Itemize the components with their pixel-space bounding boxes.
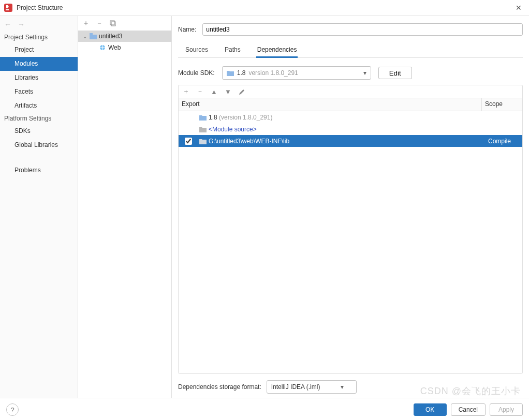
section-project-settings: Project Settings <box>0 32 78 43</box>
ok-button[interactable]: OK <box>414 403 447 416</box>
sidebar-item-sdks[interactable]: SDKs <box>0 124 78 138</box>
name-label: Name: <box>178 26 196 33</box>
dep-lib-path: G:\untitled3\web\WEB-INF\lib <box>209 138 488 145</box>
sidebar-item-artifacts[interactable]: Artifacts <box>0 99 78 113</box>
tree-node-web[interactable]: Web <box>78 42 171 53</box>
svg-rect-0 <box>4 4 12 12</box>
chevron-down-icon: ▾ <box>341 383 344 391</box>
dependencies-toolbar: ＋ － ▲ ▼ <box>178 85 523 98</box>
dep-remove-icon[interactable]: － <box>197 87 203 96</box>
dep-sdk-name: 1.8 <box>209 114 217 121</box>
tab-sources[interactable]: Sources <box>184 44 209 57</box>
tab-paths[interactable]: Paths <box>224 44 242 57</box>
sidebar-item-libraries[interactable]: Libraries <box>0 71 78 85</box>
svg-rect-3 <box>111 22 115 26</box>
column-export[interactable]: Export <box>179 98 482 111</box>
nav-forward-icon[interactable]: → <box>18 20 25 28</box>
tree-node-web-label: Web <box>108 44 121 51</box>
svg-rect-1 <box>6 9 9 10</box>
tree-toolbar: ＋ － <box>78 16 171 31</box>
sdk-icon <box>227 70 234 76</box>
module-sdk-label: Module SDK: <box>178 69 215 77</box>
apply-button[interactable]: Apply <box>490 403 523 416</box>
dependency-row-source[interactable]: <Module source> <box>179 123 522 135</box>
section-platform-settings: Platform Settings <box>0 113 78 124</box>
storage-format-label: Dependencies storage format: <box>178 383 261 391</box>
sidebar-item-modules[interactable]: Modules <box>0 57 78 71</box>
web-facet-icon <box>99 44 106 51</box>
tree-copy-icon[interactable] <box>109 20 116 27</box>
dependencies-header: Export Scope <box>179 98 522 111</box>
sidebar-item-facets[interactable]: Facets <box>0 85 78 99</box>
titlebar: Project Structure ✕ <box>0 0 529 16</box>
sdk-name: 1.8 <box>237 69 246 77</box>
folder-icon <box>199 126 209 132</box>
tab-dependencies[interactable]: Dependencies <box>256 44 298 58</box>
edit-sdk-button[interactable]: Edit <box>378 67 412 79</box>
dependencies-body[interactable]: 1.8 (version 1.8.0_291) <Module source> <box>179 111 522 373</box>
chevron-down-icon: ▾ <box>363 69 366 77</box>
close-icon[interactable]: ✕ <box>512 4 525 12</box>
tree-add-icon[interactable]: ＋ <box>82 19 90 28</box>
dependencies-table: Export Scope 1.8 (version 1.8.0_291) <box>178 98 523 374</box>
module-icon <box>90 33 97 39</box>
cancel-button[interactable]: Cancel <box>451 403 486 416</box>
sidebar-item-problems[interactable]: Problems <box>0 163 78 177</box>
nav-back-icon[interactable]: ← <box>4 20 11 28</box>
dependency-row-lib[interactable]: G:\untitled3\web\WEB-INF\lib Compile <box>179 135 522 147</box>
dep-export-checkbox[interactable] <box>185 138 192 145</box>
module-tree-pane: ＋ － ⌄ untitled3 Web <box>78 16 172 398</box>
module-details: Name: Sources Paths Dependencies Module … <box>172 16 529 398</box>
sdk-icon <box>199 114 209 121</box>
svg-rect-4 <box>90 33 93 35</box>
storage-format-value: IntelliJ IDEA (.iml) <box>271 383 320 391</box>
dep-source-text: <Module source> <box>209 126 257 133</box>
dialog-button-bar: ? OK Cancel Apply <box>0 398 529 420</box>
dependency-row-sdk[interactable]: 1.8 (version 1.8.0_291) <box>179 111 522 123</box>
module-tabs: Sources Paths Dependencies <box>178 44 523 58</box>
dep-up-icon[interactable]: ▲ <box>211 88 217 96</box>
dep-edit-icon[interactable] <box>239 88 245 95</box>
sdk-version: version 1.8.0_291 <box>248 69 298 77</box>
module-name-input[interactable] <box>202 23 523 36</box>
svg-rect-2 <box>110 21 114 25</box>
module-sdk-select[interactable]: 1.8 version 1.8.0_291 ▾ <box>222 66 371 80</box>
dep-down-icon[interactable]: ▼ <box>225 88 231 96</box>
window-title: Project Structure <box>17 4 512 11</box>
storage-format-select[interactable]: IntelliJ IDEA (.iml) ▾ <box>267 380 357 394</box>
tree-remove-icon[interactable]: － <box>96 19 103 28</box>
column-scope[interactable]: Scope <box>482 98 522 111</box>
nav-history: ← → <box>0 19 78 32</box>
tree-node-root-label: untitled3 <box>99 33 122 40</box>
chevron-down-icon[interactable]: ⌄ <box>82 34 87 39</box>
folder-icon <box>199 138 209 144</box>
dep-add-icon[interactable]: ＋ <box>183 87 189 96</box>
app-icon <box>4 4 12 12</box>
module-tree[interactable]: ⌄ untitled3 Web <box>78 31 171 398</box>
dep-sdk-suffix: (version 1.8.0_291) <box>219 114 272 121</box>
tree-node-root[interactable]: ⌄ untitled3 <box>78 31 171 42</box>
sidebar-item-global-libraries[interactable]: Global Libraries <box>0 138 78 152</box>
dep-lib-scope[interactable]: Compile <box>488 138 522 145</box>
help-button[interactable]: ? <box>6 403 19 416</box>
sidebar-item-project[interactable]: Project <box>0 43 78 57</box>
settings-sidebar: ← → Project Settings Project Modules Lib… <box>0 16 78 398</box>
